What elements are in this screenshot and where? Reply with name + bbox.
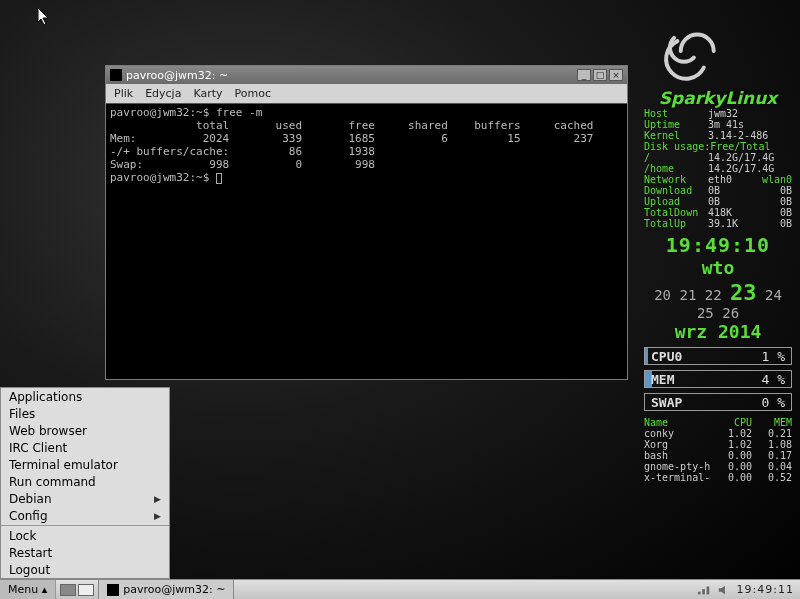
svg-rect-1 [702, 589, 705, 594]
svg-rect-0 [697, 591, 700, 594]
terminal-menubar: Plik Edycja Karty Pomoc [106, 84, 627, 103]
terminal-icon [110, 69, 122, 81]
conky-panel: SparkyLinux Hostjwm32 Uptime3m 41s Kerne… [644, 18, 792, 483]
workspace-pager[interactable] [60, 584, 94, 596]
process-row: gnome-pty-h0.000.04 [644, 461, 792, 472]
menu-files[interactable]: Files [1, 405, 169, 422]
mem-meter: MEM4 % [644, 370, 792, 388]
text-cursor [216, 173, 222, 184]
process-row: bash0.000.17 [644, 450, 792, 461]
svg-rect-2 [706, 586, 709, 594]
window-title: pavroo@jwm32: ~ [126, 69, 577, 82]
calendar-row: 20 21 22 23 24 25 26 [644, 280, 792, 321]
process-row: x-terminal-0.000.52 [644, 472, 792, 483]
volume-icon[interactable] [717, 584, 731, 596]
menu-plik[interactable]: Plik [114, 87, 133, 100]
conky-clock: 19:49:10 [644, 233, 792, 257]
chevron-right-icon: ▶ [154, 511, 161, 521]
cpu-meter: CPU01 % [644, 347, 792, 365]
terminal-icon [107, 584, 119, 596]
menu-edycja[interactable]: Edycja [145, 87, 181, 100]
network-icon[interactable] [697, 584, 711, 596]
cursor-icon [38, 8, 52, 28]
brand-label: SparkyLinux [644, 88, 792, 108]
menu-pomoc[interactable]: Pomoc [235, 87, 271, 100]
conky-day: wto [644, 257, 792, 278]
start-menu: Applications Files Web browser IRC Clien… [0, 387, 170, 579]
menu-applications[interactable]: Applications [1, 388, 169, 405]
sparky-logo-icon [644, 18, 724, 84]
taskbar-clock: 19:49:11 [737, 583, 794, 596]
menu-run-command[interactable]: Run command [1, 473, 169, 490]
menu-terminal-emulator[interactable]: Terminal emulator [1, 456, 169, 473]
workspace-1[interactable] [60, 584, 76, 596]
process-row: Xorg1.021.08 [644, 439, 792, 450]
terminal-body[interactable]: pavroo@jwm32:~$ free -m total used free … [106, 103, 627, 379]
menu-karty[interactable]: Karty [193, 87, 222, 100]
disk-label: Disk usage:Free/Total [644, 141, 792, 152]
menu-debian[interactable]: Debian▶ [1, 490, 169, 507]
process-row: conky1.020.21 [644, 428, 792, 439]
menu-button[interactable]: Menu ▴ [0, 580, 56, 599]
system-tray: 19:49:11 [691, 583, 800, 596]
menu-config[interactable]: Config▶ [1, 507, 169, 524]
menu-lock[interactable]: Lock [1, 527, 169, 544]
titlebar[interactable]: pavroo@jwm32: ~ _ □ × [106, 66, 627, 84]
menu-web-browser[interactable]: Web browser [1, 422, 169, 439]
workspace-2[interactable] [78, 584, 94, 596]
close-button[interactable]: × [609, 69, 623, 81]
process-header: NameCPUMEM [644, 417, 792, 428]
swap-meter: SWAP0 % [644, 393, 792, 411]
terminal-window: pavroo@jwm32: ~ _ □ × Plik Edycja Karty … [105, 65, 628, 380]
chevron-right-icon: ▶ [154, 494, 161, 504]
taskbar-task[interactable]: pavroo@jwm32: ~ [98, 580, 234, 599]
menu-restart[interactable]: Restart [1, 544, 169, 561]
menu-irc-client[interactable]: IRC Client [1, 439, 169, 456]
maximize-button[interactable]: □ [593, 69, 607, 81]
menu-logout[interactable]: Logout [1, 561, 169, 578]
minimize-button[interactable]: _ [577, 69, 591, 81]
taskbar: Menu ▴ pavroo@jwm32: ~ 19:49:11 [0, 579, 800, 599]
conky-month: wrz 2014 [644, 321, 792, 342]
